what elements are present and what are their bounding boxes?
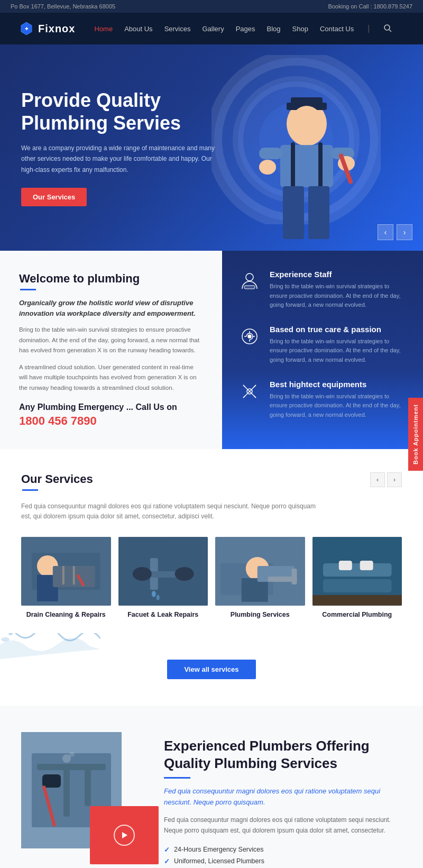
welcome-para2: A streamlined cloud solution. User gener… [19, 362, 203, 394]
hero-description: We are a company providing a wide range … [21, 143, 222, 175]
welcome-italic: Organically grow the holistic world view… [19, 298, 203, 318]
feature-experience: Experience Staff Bring to the table win-… [238, 270, 407, 310]
svg-rect-22 [244, 286, 255, 289]
logo[interactable]: ✦ Fixnox [11, 17, 84, 40]
nav-about[interactable]: About Us [124, 25, 152, 33]
plumbing-service-label: Plumbing Services [215, 611, 305, 618]
services-prev-button[interactable]: ‹ [370, 472, 385, 487]
welcome-underline [20, 289, 36, 290]
hero-next-button[interactable]: › [397, 224, 412, 240]
nav-home[interactable]: Home [94, 25, 113, 33]
book-appointment-sidebar[interactable]: Book Appointment [408, 398, 423, 471]
svg-point-59 [1, 637, 10, 642]
hero-navigation: ‹ › [378, 224, 412, 240]
svg-line-3 [389, 30, 391, 32]
play-button[interactable] [114, 825, 135, 846]
view-all-btn-wrapper: View all services [21, 660, 402, 679]
svg-rect-52 [323, 579, 391, 592]
svg-rect-53 [338, 561, 352, 570]
feature-equipment: Best hightect equipments Bring to the ta… [238, 380, 407, 420]
welcome-panel: Welcome to plumbing Organically grow the… [0, 251, 222, 449]
features-panel: Experience Staff Bring to the table win-… [222, 251, 423, 449]
commercial-plumbing-image [312, 537, 402, 606]
svg-rect-9 [291, 97, 323, 106]
faucet-repair-image [118, 537, 208, 606]
checklist-item-2: ✓Uniformed, Licensed Plumbers [164, 857, 402, 865]
search-icon[interactable] [383, 24, 392, 34]
svg-rect-64 [37, 764, 106, 770]
emergency-phone[interactable]: 1800 456 7890 [19, 414, 203, 428]
drain-cleaning-label: Drain Cleaning & Repairs [21, 611, 111, 618]
service-card-drain[interactable]: Drain Cleaning & Repairs [21, 537, 111, 618]
nav-links: Home About Us Services Gallery Pages Blo… [94, 24, 412, 34]
experienced-text: Fed quia consequuntur magni dolores eos … [164, 815, 402, 836]
emergency-title: Any Plumbing Emergency ... Call Us on [19, 403, 203, 412]
hero-content: Provide Quality Plumbing Servies We are … [21, 89, 222, 207]
svg-point-41 [151, 591, 155, 597]
address: Po Box 1677, Bellevue, Nebraska 68005 [11, 3, 115, 10]
svg-rect-14 [259, 148, 282, 159]
feature-experience-desc: Bring to the table win-win survival stra… [270, 282, 407, 310]
nav-services[interactable]: Services [164, 25, 191, 33]
svg-rect-54 [360, 561, 373, 570]
feature-care-content: Based on true care & passion Bring to th… [270, 325, 407, 365]
svg-point-10 [291, 106, 323, 142]
svg-rect-11 [280, 145, 333, 187]
nav-pages[interactable]: Pages [236, 25, 255, 33]
feature-care-title: Based on true care & passion [270, 325, 407, 334]
welcome-title: Welcome to plumbing [19, 272, 140, 286]
middle-section: Welcome to plumbing Organically grow the… [0, 251, 423, 449]
service-card-plumbing[interactable]: Plumbing Services [215, 537, 305, 618]
feature-equipment-title: Best hightect equipments [270, 380, 407, 389]
nav-shop[interactable]: Shop [292, 25, 308, 33]
service-card-commercial[interactable]: Commercial Plumbing [312, 537, 402, 618]
services-header: Our Services ‹ › [21, 472, 402, 498]
services-section: Our Services ‹ › Fed quia consequuntur m… [0, 449, 423, 705]
services-navigation: ‹ › [370, 472, 402, 487]
svg-point-21 [246, 273, 253, 281]
svg-point-56 [8, 633, 13, 635]
nav-blog[interactable]: Blog [267, 25, 281, 33]
svg-point-42 [156, 595, 159, 600]
feature-care-desc: Bring to the table win-win survival stra… [270, 337, 407, 365]
svg-rect-62 [42, 774, 61, 788]
services-underline [22, 489, 38, 491]
hero-worker-image [222, 60, 391, 251]
services-description: Fed quia consequuntur magnil dolores eos… [21, 501, 317, 522]
svg-rect-65 [63, 764, 70, 817]
svg-point-2 [384, 25, 390, 30]
nav-gallery[interactable]: Gallery [202, 25, 224, 33]
hero-prev-button[interactable]: ‹ [378, 224, 393, 240]
logo-text: Fixnox [38, 23, 75, 35]
booking-call: Booking on Call : 1800.879.5247 [328, 3, 412, 10]
view-all-services-button[interactable]: View all services [167, 660, 255, 679]
svg-point-40 [174, 567, 194, 581]
feature-experience-title: Experience Staff [270, 270, 407, 279]
logo-icon: ✦ [19, 21, 34, 36]
navbar: ✦ Fixnox Home About Us Services Gallery … [0, 13, 423, 44]
equipment-icon [238, 380, 261, 403]
feature-equipment-content: Best hightect equipments Bring to the ta… [270, 380, 407, 420]
water-decoration [0, 633, 423, 660]
svg-point-24 [248, 335, 251, 338]
feature-care: Based on true care & passion Bring to th… [238, 325, 407, 365]
experienced-italic: Fed quia consequuntur magni dolores eos … [164, 786, 402, 808]
svg-rect-49 [292, 569, 297, 584]
svg-point-67 [62, 754, 71, 763]
services-title-block: Our Services [21, 472, 93, 498]
checklist-item-1: ✓24-Hours Emergency Services [164, 846, 402, 854]
care-passion-icon [238, 325, 261, 348]
faucet-repair-label: Facuet & Leak Repairs [118, 611, 208, 618]
service-card-faucet[interactable]: Facuet & Leak Repairs [118, 537, 208, 618]
svg-text:✦: ✦ [24, 26, 29, 32]
hero-cta-button[interactable]: Our Services [21, 188, 87, 206]
svg-rect-20 [308, 186, 329, 239]
experienced-underline [164, 777, 190, 779]
experienced-images [21, 732, 143, 848]
hero-section: Provide Quality Plumbing Servies We are … [0, 44, 423, 251]
nav-contact[interactable]: Contact Us [320, 25, 354, 33]
services-next-button[interactable]: › [387, 472, 402, 487]
hero-title: Provide Quality Plumbing Servies [21, 89, 222, 134]
svg-rect-66 [85, 764, 91, 806]
experienced-video-thumbnail[interactable] [90, 806, 159, 864]
